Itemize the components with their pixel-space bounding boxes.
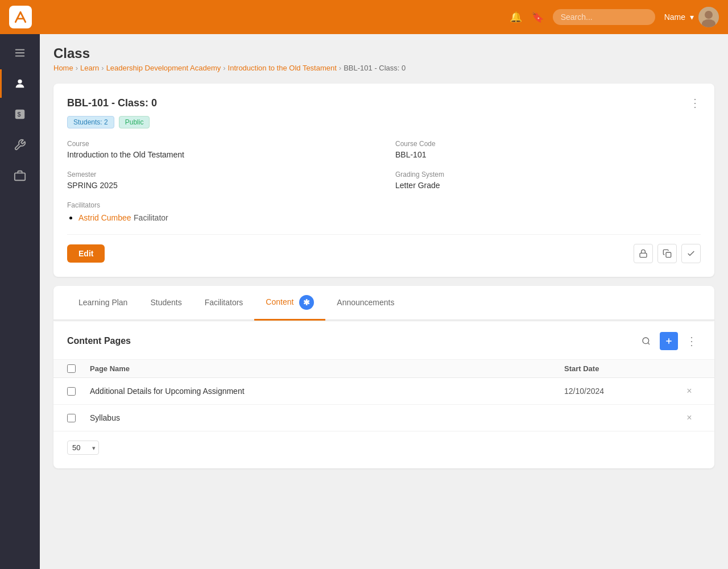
badges-container: Students: 2 Public	[67, 116, 701, 128]
user-dropdown-arrow: ▾	[690, 13, 694, 22]
user-menu[interactable]: Name ▾	[664, 7, 719, 27]
tab-learning-plan[interactable]: Learning Plan	[67, 289, 139, 318]
tab-announcements[interactable]: Announcements	[325, 289, 406, 318]
breadcrumb-home[interactable]: Home	[53, 64, 73, 72]
content-panel-header: Content Pages ⋮	[53, 321, 714, 360]
start-date-header: Start Date	[564, 364, 678, 373]
content-panel: Content Pages ⋮	[53, 321, 714, 468]
copy-button[interactable]	[657, 244, 677, 263]
content-area: Class Home › Learn › Leadership Developm…	[40, 34, 728, 569]
three-dot-menu[interactable]: ⋮	[689, 97, 701, 109]
course-info: Course Introduction to the Old Testament	[67, 140, 373, 159]
class-title: BBL-101 - Class: 0	[67, 97, 157, 109]
table-header: Page Name Start Date	[53, 360, 714, 378]
row1-page-name[interactable]: Additional Details for Upcoming Assignme…	[90, 387, 564, 396]
bell-icon[interactable]: 🔔	[510, 11, 522, 23]
row2-checkbox[interactable]	[67, 414, 76, 422]
breadcrumb: Home › Learn › Leadership Development Ac…	[53, 64, 714, 72]
facilitator-link[interactable]: Astrid Cumbee	[78, 213, 131, 222]
svg-line-13	[648, 343, 650, 344]
edit-button[interactable]: Edit	[67, 244, 105, 263]
breadcrumb-current: BBL-101 - Class: 0	[344, 64, 406, 72]
class-card: BBL-101 - Class: 0 ⋮ Students: 2 Public …	[53, 84, 714, 277]
page-title: Class	[53, 45, 714, 61]
sidebar: $	[0, 34, 40, 569]
breadcrumb-learn[interactable]: Learn	[80, 64, 99, 72]
students-badge: Students: 2	[67, 116, 114, 128]
card-header: BBL-101 - Class: 0 ⋮	[67, 97, 701, 109]
tabs: Learning Plan Students Facilitators Cont…	[53, 286, 714, 321]
svg-point-12	[643, 338, 649, 344]
avatar	[698, 7, 719, 27]
svg-rect-9	[15, 173, 25, 180]
per-page-select[interactable]: 10 25 50 100	[67, 441, 99, 455]
course-label: Course	[67, 140, 373, 148]
per-page-wrapper: 10 25 50 100	[67, 441, 99, 455]
row1-checkbox-cell	[67, 387, 90, 396]
grading-system-value: Letter Grade	[395, 181, 701, 190]
sidebar-item-dollar[interactable]: $	[0, 100, 40, 128]
table-row: Syllabus ×	[53, 405, 714, 431]
card-icons	[634, 244, 701, 263]
tab-facilitators[interactable]: Facilitators	[193, 289, 255, 318]
main-layout: $ Class Home › Learn › Leadership Develo…	[0, 34, 728, 569]
tabs-and-content: Learning Plan Students Facilitators Cont…	[53, 286, 714, 468]
sidebar-item-wrench[interactable]	[0, 131, 40, 159]
svg-rect-11	[666, 252, 671, 257]
content-pages-title: Content Pages	[67, 336, 131, 346]
nav-right: 🔔 🔖 Name ▾	[510, 7, 719, 27]
nav-left	[9, 6, 32, 28]
info-grid: Course Introduction to the Old Testament…	[67, 140, 701, 190]
facilitator-role: Facilitator	[134, 213, 168, 222]
row1-start-date: 12/10/2024	[564, 387, 678, 396]
sidebar-item-menu[interactable]	[0, 39, 40, 67]
search-content-button[interactable]	[637, 332, 655, 350]
grading-system-label: Grading System	[395, 171, 701, 178]
breadcrumb-course[interactable]: Introduction to the Old Testament	[228, 64, 337, 72]
row2-remove-button[interactable]: ×	[678, 413, 701, 423]
breadcrumb-sep-2: ›	[101, 64, 104, 72]
lock-button[interactable]	[634, 244, 653, 263]
breadcrumb-academy[interactable]: Leadership Development Academy	[106, 64, 221, 72]
svg-point-6	[18, 80, 22, 84]
svg-text:$: $	[17, 111, 20, 118]
bookmark-icon[interactable]: 🔖	[531, 11, 544, 23]
check-button[interactable]	[681, 244, 701, 263]
course-code-value: BBL-101	[395, 150, 701, 159]
panel-actions: ⋮	[637, 332, 701, 350]
facilitators-section: Facilitators Astrid Cumbee Facilitator	[67, 201, 701, 223]
select-all-checkbox[interactable]	[67, 364, 76, 373]
grading-info: Grading System Letter Grade	[395, 171, 701, 190]
svg-rect-10	[640, 253, 647, 257]
semester-value: SPRING 2025	[67, 181, 373, 190]
page-name-header: Page Name	[90, 364, 564, 373]
public-badge: Public	[119, 116, 150, 128]
search-input[interactable]	[553, 9, 655, 25]
svg-rect-3	[15, 49, 25, 51]
semester-info: Semester SPRING 2025	[67, 171, 373, 190]
row1-checkbox[interactable]	[67, 387, 76, 396]
facilitators-label: Facilitators	[67, 201, 701, 209]
course-code-info: Course Code BBL-101	[395, 140, 701, 159]
course-value: Introduction to the Old Testament	[67, 150, 373, 159]
tabs-container: Learning Plan Students Facilitators Cont…	[53, 286, 714, 321]
add-content-button[interactable]	[660, 332, 678, 350]
user-name: Name	[664, 13, 685, 22]
row2-checkbox-cell	[67, 414, 90, 422]
breadcrumb-sep-4: ›	[339, 64, 341, 72]
row1-remove-button[interactable]: ×	[678, 386, 701, 396]
tab-content[interactable]: Content ✱	[254, 286, 325, 321]
tab-students[interactable]: Students	[139, 289, 193, 318]
row2-page-name[interactable]: Syllabus	[90, 413, 564, 422]
svg-point-1	[705, 11, 713, 19]
breadcrumb-sep-3: ›	[223, 64, 225, 72]
sidebar-item-person[interactable]	[0, 69, 40, 98]
semester-label: Semester	[67, 171, 373, 178]
logo[interactable]	[9, 6, 32, 28]
sidebar-item-briefcase[interactable]	[0, 161, 40, 190]
svg-rect-4	[15, 52, 25, 53]
more-options-button[interactable]: ⋮	[682, 332, 701, 350]
table-row: Additional Details for Upcoming Assignme…	[53, 378, 714, 405]
pagination-area: 10 25 50 100	[53, 431, 714, 459]
course-code-label: Course Code	[395, 140, 701, 148]
